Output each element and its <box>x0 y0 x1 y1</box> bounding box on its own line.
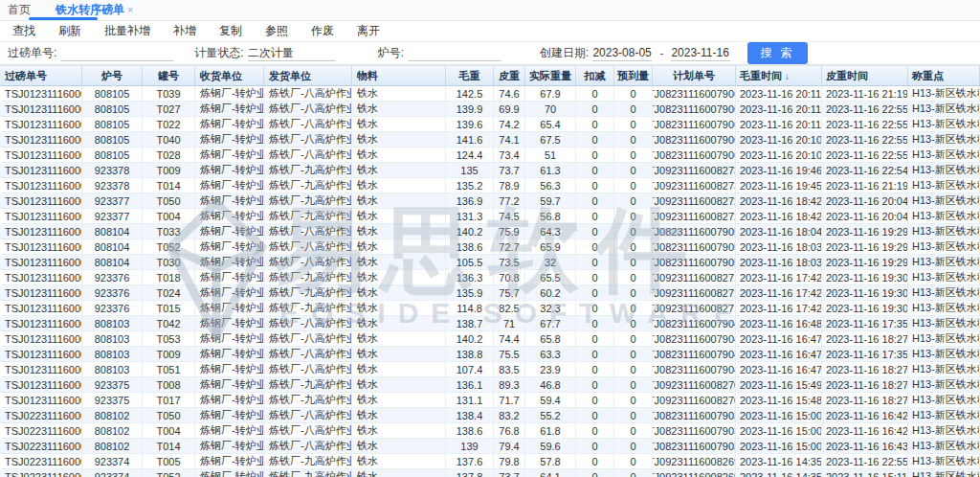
cell-expected: 0 <box>614 316 653 330</box>
cell-tare: 83.2 <box>494 408 525 422</box>
cell-receiver: 炼钢厂-转炉业务区 <box>195 86 264 101</box>
cell-tare_time: 2023-11-16 22:55:22 <box>822 148 908 162</box>
column-header-tare_time[interactable]: 皮重时间 <box>822 66 908 85</box>
date-to-input[interactable] <box>671 45 730 61</box>
cell-gross: 139.6 <box>446 117 494 131</box>
column-header-ladle_no[interactable]: 罐号 <box>143 66 195 85</box>
column-header-furnace_no[interactable]: 炉号 <box>82 66 143 85</box>
table-row[interactable]: TSJ01231116000070923377T050炼钢厂-转炉业务区炼铁厂-… <box>0 193 980 209</box>
table-row[interactable]: TSJ01231116000061808103T053炼钢厂-转炉业务区炼铁厂-… <box>0 331 980 347</box>
void-button[interactable]: 作废 <box>306 22 339 40</box>
cell-expected: 0 <box>614 270 653 284</box>
cell-weigh_no: TSJ02231116000008 <box>0 439 82 453</box>
cell-gross_time: 2023-11-16 16:47:40 <box>736 362 822 376</box>
column-header-net[interactable]: 实际重量 <box>525 66 576 85</box>
cell-deduct: 0 <box>576 148 614 162</box>
table-row[interactable]: TSJ01231116000071923378T014炼钢厂-转炉业务区炼铁厂-… <box>0 178 980 193</box>
table-row[interactable]: TSJ01231116000064923376T024炼钢厂-转炉业务区炼铁厂-… <box>0 285 980 301</box>
column-header-station[interactable]: 称重点 <box>908 66 980 85</box>
column-header-tare[interactable]: 皮重 <box>494 66 525 85</box>
table-row[interactable]: TSJ01231116000073808105T028炼钢厂-转炉业务区炼铁厂-… <box>0 148 980 163</box>
column-header-weigh_no[interactable]: 过磅单号 <box>0 66 82 85</box>
cell-net: 46.8 <box>525 377 576 392</box>
cell-tare_time: 2023-11-16 19:30:02 <box>822 270 908 284</box>
table-row[interactable]: TSJ01231116000068808104T033炼钢厂-转炉业务区炼铁厂-… <box>0 224 980 239</box>
cell-weigh_no: TSJ01231116000073 <box>0 148 82 162</box>
table-row[interactable]: TSJ02231116000009808102T004炼钢厂-转炉业务区炼铁厂-… <box>0 423 980 439</box>
copy-button[interactable]: 复制 <box>214 22 247 40</box>
cell-material: 铁水 <box>352 454 446 468</box>
table-row[interactable]: TSJ01231116000072923378T009炼钢厂-转炉业务区炼铁厂-… <box>0 163 980 178</box>
table-row[interactable]: TSJ01231116000069923377T004炼钢厂-转炉业务区炼铁厂-… <box>0 209 980 224</box>
cell-expected: 0 <box>614 454 653 468</box>
table-row[interactable]: TSJ01231116000074808105T040炼钢厂-转炉业务区炼铁厂-… <box>0 132 980 148</box>
tab-active[interactable]: 铁水转序磅单× <box>52 2 137 18</box>
column-header-receiver[interactable]: 收货单位 <box>195 66 264 85</box>
cell-weigh_no: TSJ01231116000064 <box>0 285 82 300</box>
add-button[interactable]: 补增 <box>168 22 201 40</box>
column-header-expected[interactable]: 预到量 <box>614 66 653 85</box>
cell-material: 铁水 <box>352 331 446 346</box>
table-row[interactable]: TSJ01231116000053923375T017炼钢厂-转炉业务区炼铁厂-… <box>0 393 980 408</box>
search-button[interactable]: 搜 索 <box>747 42 807 64</box>
column-header-gross[interactable]: 毛重 <box>446 66 494 85</box>
batch-add-button[interactable]: 批量补增 <box>100 22 155 40</box>
cell-tare_time: 2023-11-16 18:27:25 <box>822 393 908 407</box>
cell-gross: 131.1 <box>446 393 494 407</box>
column-header-shipper[interactable]: 发货单位 <box>264 66 352 85</box>
cell-tare_time: 2023-11-16 21:19:24 <box>822 86 908 101</box>
cell-expected: 0 <box>614 285 653 300</box>
table-row[interactable]: TSJ01231116000077808105T027炼钢厂-转炉业务区炼铁厂-… <box>0 102 980 117</box>
cell-material: 铁水 <box>352 362 446 376</box>
cell-gross: 135 <box>446 163 494 177</box>
find-button[interactable]: 查找 <box>8 22 40 40</box>
cell-tare_time: 2023-11-16 20:04:40 <box>822 209 908 223</box>
furnace-no-input[interactable] <box>408 45 501 61</box>
sort-desc-icon[interactable]: ↓ <box>782 71 790 81</box>
measure-status-select[interactable] <box>248 45 336 61</box>
cell-net: 51 <box>525 148 576 162</box>
cell-plan_no: TJ09231116008271 <box>653 270 736 284</box>
column-header-plan_no[interactable]: 计划单号 <box>653 66 736 85</box>
table-row[interactable]: TSJ01231116000062808103T042炼钢厂-转炉业务区炼铁厂-… <box>0 316 980 331</box>
table-row[interactable]: TSJ01231116000078808105T039炼钢厂-转炉业务区炼铁厂-… <box>0 86 980 102</box>
table-row[interactable]: TSJ01231116000060808103T009炼钢厂-转炉业务区炼铁厂-… <box>0 347 980 362</box>
reference-button[interactable]: 参照 <box>260 22 293 40</box>
cell-weigh_no: TSJ01231116000053 <box>0 393 82 407</box>
table-row[interactable]: TSJ01231116000063923376T015炼钢厂-转炉业务区炼铁厂-… <box>0 301 980 316</box>
cell-shipper: 炼铁厂-八高炉作业区 <box>264 439 352 453</box>
table-row[interactable]: TSJ01231116000065923376T018炼钢厂-转炉业务区炼铁厂-… <box>0 270 980 285</box>
table-row[interactable]: TSJ02231116000007923374T005炼钢厂-转炉业务区炼铁厂-… <box>0 454 980 469</box>
tab-close-icon[interactable]: × <box>127 4 133 15</box>
cell-gross_time: 2023-11-16 19:45:51 <box>736 178 822 193</box>
cell-furnace_no: 808105 <box>82 132 143 147</box>
cell-shipper: 炼铁厂-九高炉作业区 <box>264 285 352 300</box>
tab-home[interactable]: 首页 <box>8 2 40 18</box>
cell-shipper: 炼铁厂-九高炉作业区 <box>264 163 352 177</box>
column-header-gross_time[interactable]: 毛重时间 ↓ <box>736 66 822 85</box>
cell-deduct: 0 <box>576 316 614 330</box>
cell-net: 60.2 <box>525 285 576 300</box>
table-row[interactable]: TSJ01231116000059808103T051炼钢厂-转炉业务区炼铁厂-… <box>0 362 980 377</box>
table-row[interactable]: TSJ02231116000008808102T014炼钢厂-转炉业务区炼铁厂-… <box>0 439 980 454</box>
cell-expected: 0 <box>614 377 653 392</box>
column-header-deduct[interactable]: 扣减 <box>576 66 614 85</box>
leave-button[interactable]: 离开 <box>352 22 385 40</box>
table-row[interactable]: TSJ01231116000076808105T022炼钢厂-转炉业务区炼铁厂-… <box>0 117 980 132</box>
refresh-button[interactable]: 刷新 <box>54 22 86 40</box>
table-row[interactable]: TSJ02231116000010808102T050炼钢厂-转炉业务区炼铁厂-… <box>0 408 980 423</box>
date-from-input[interactable] <box>592 45 652 61</box>
table-row[interactable]: TSJ02231116000006923374T052炼钢厂-转炉业务区炼铁厂-… <box>0 469 980 477</box>
cell-gross: 124.4 <box>446 148 494 162</box>
column-header-material[interactable]: 物料 <box>352 66 446 85</box>
table-row[interactable]: TSJ01231116000054923375T008炼钢厂-转炉业务区炼铁厂-… <box>0 377 980 393</box>
cell-receiver: 炼钢厂-转炉业务区 <box>195 423 264 438</box>
cell-expected: 0 <box>614 362 653 376</box>
weigh-no-input[interactable] <box>60 45 173 61</box>
cell-furnace_no: 923375 <box>82 393 143 407</box>
cell-net: 23.9 <box>525 362 576 376</box>
cell-station: H13-新区铁水秤 <box>908 377 980 392</box>
table-row[interactable]: TSJ01231116000066808104T030炼钢厂-转炉业务区炼铁厂-… <box>0 255 980 270</box>
table-row[interactable]: TSJ01231116000067808104T052炼钢厂-转炉业务区炼铁厂-… <box>0 239 980 255</box>
cell-plan_no: TJ08231116007903 <box>653 439 736 453</box>
